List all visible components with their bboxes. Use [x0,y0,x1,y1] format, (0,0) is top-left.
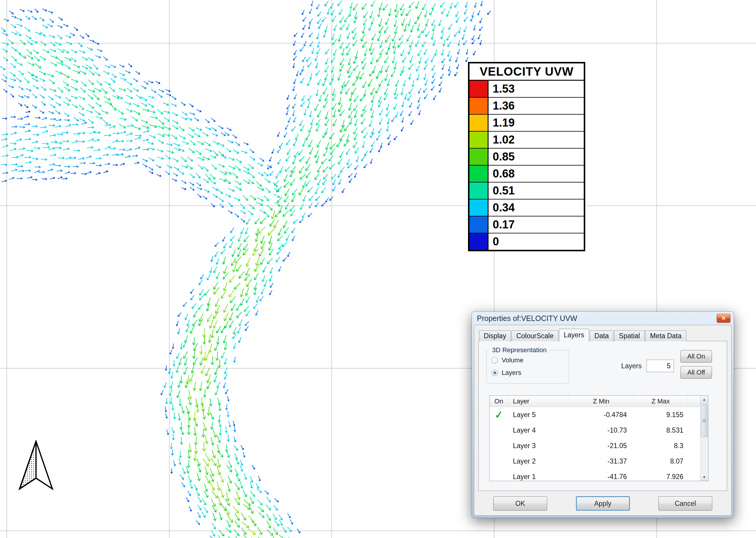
layers-count-field: Layers [621,360,674,372]
dialog-client-area: DisplayColourScaleLayersDataSpatialMeta … [474,325,732,516]
apply-button[interactable]: Apply [576,496,630,511]
layer-zmin: -10.73 [569,426,634,434]
legend-value: 0.68 [489,166,584,182]
layer-row[interactable]: Layer 4-10.738.531 [490,422,700,438]
close-button[interactable]: × [717,314,731,323]
legend-row: 0.85 [469,148,584,165]
legend-value: 1.36 [489,98,584,114]
layers-table: OnLayerZ MinZ Max ✓Layer 5-0.47849.155La… [490,396,708,481]
column-header-z-min[interactable]: Z Min [569,396,634,407]
layer-on-check-icon[interactable]: ✓ [490,408,508,421]
legend-color-swatch [469,148,489,165]
ok-button[interactable]: OK [493,496,547,511]
layers-table-body: ✓Layer 5-0.47849.155Layer 4-10.738.531La… [490,407,700,481]
legend-row: 0.51 [469,182,584,199]
3d-representation-groupbox: 3D Representation Volume Layers [487,350,569,384]
legend-value: 0.51 [489,183,584,199]
layer-row[interactable]: Layer 1-41.767.926 [490,469,700,481]
all-on-button[interactable]: All On [681,350,712,363]
layer-zmin: -21.05 [569,442,634,450]
legend-rows: 1.531.361.191.020.850.680.510.340.170 [469,81,584,250]
scrollbar-track[interactable]: ▲ ▼ [700,396,708,481]
layer-zmin: -41.76 [569,473,634,481]
layer-row[interactable]: ✓Layer 5-0.47849.155 [490,407,700,422]
layer-name: Layer 5 [508,411,569,419]
layer-row[interactable]: Layer 2-31.378.07 [490,454,700,469]
layers-count-label: Layers [621,362,642,370]
tab-layers[interactable]: Layers [559,329,589,341]
layer-name: Layer 3 [508,442,569,450]
tab-spatial[interactable]: Spatial [614,331,644,341]
layer-toggle-buttons: All On All Off [681,350,712,379]
layers-panel-controls: 3D Representation Volume Layers Layers [484,346,722,391]
legend-value: 0.17 [489,216,584,233]
north-arrow [19,440,54,491]
tab-colourscale[interactable]: ColourScale [511,331,558,341]
legend-color-swatch [469,183,489,199]
legend-color-swatch [469,98,489,114]
legend-value: 1.53 [489,81,584,97]
scrollbar-grip-icon [702,419,706,422]
legend-value: 0.85 [489,148,584,165]
scroll-down-icon: ▼ [702,475,706,479]
layers-count-input[interactable] [646,360,674,372]
radio-volume-label: Volume [501,356,523,364]
dialog-titlebar[interactable]: Properties of:VELOCITY UVW × [474,312,732,325]
column-header-layer[interactable]: Layer [508,396,569,407]
layers-tab-panel: 3D Representation Volume Layers Layers [478,341,727,491]
layer-zmax: 7.926 [634,473,687,481]
legend-row: 1.53 [469,81,584,97]
legend-row: 0.17 [469,216,584,233]
tab-data[interactable]: Data [590,331,614,341]
legend-row: 0 [469,233,584,250]
layer-zmin: -31.37 [569,457,634,465]
radio-icon[interactable] [492,357,498,363]
application-viewport: VELOCITY UVW 1.531.361.191.020.850.680.5… [0,0,756,538]
legend-row: 1.02 [469,131,584,148]
layer-on-empty[interactable] [490,430,508,431]
layer-name: Layer 1 [508,473,569,481]
legend-color-swatch [469,81,489,97]
cancel-button[interactable]: Cancel [658,496,712,511]
scroll-up-icon: ▲ [702,397,706,402]
tab-strip: DisplayColourScaleLayersDataSpatialMeta … [478,329,727,341]
tab-meta-data[interactable]: Meta Data [645,331,686,341]
legend-title: VELOCITY UVW [469,63,584,81]
radio-layers-label: Layers [501,369,521,377]
close-icon: × [722,314,726,322]
layers-table-main: OnLayerZ MinZ Max ✓Layer 5-0.47849.155La… [490,396,700,481]
radio-icon-selected[interactable] [492,369,498,376]
layer-on-empty[interactable] [490,460,508,462]
legend-color-swatch [469,115,489,131]
properties-dialog[interactable]: Properties of:VELOCITY UVW × DisplayColo… [472,311,734,518]
legend-row: 0.68 [469,165,584,182]
scrollbar-down-button[interactable]: ▼ [700,473,708,481]
radio-volume[interactable]: Volume [492,356,569,364]
dialog-button-row: OK Apply Cancel [478,496,727,511]
scrollbar-up-button[interactable]: ▲ [700,396,708,404]
scrollbar-thumb[interactable] [701,404,707,437]
layer-on-empty[interactable] [490,445,508,446]
groupbox-label: 3D Representation [490,346,549,354]
layer-zmax: 9.155 [634,411,687,419]
legend-color-swatch [469,199,489,216]
layer-zmax: 8.3 [634,442,687,450]
legend-color-swatch [469,216,489,233]
layer-row[interactable]: Layer 3-21.058.3 [490,438,700,454]
layer-zmax: 8.531 [634,426,687,434]
legend-row: 1.19 [469,114,584,131]
legend-value: 0.34 [489,199,584,216]
tab-display[interactable]: Display [479,331,511,341]
legend-row: 1.36 [469,97,584,114]
layer-on-empty[interactable] [490,476,508,477]
legend-color-swatch [469,234,489,250]
layer-zmax: 8.07 [634,457,687,465]
radio-layers[interactable]: Layers [492,369,569,377]
legend-value: 0 [489,234,584,250]
column-header-on[interactable]: On [490,396,508,407]
column-header-z-max[interactable]: Z Max [634,396,687,407]
legend-color-swatch [469,132,489,148]
legend-velocity-uvw[interactable]: VELOCITY UVW 1.531.361.191.020.850.680.5… [468,62,585,251]
all-off-button[interactable]: All Off [681,366,712,379]
layer-name: Layer 2 [508,457,569,465]
